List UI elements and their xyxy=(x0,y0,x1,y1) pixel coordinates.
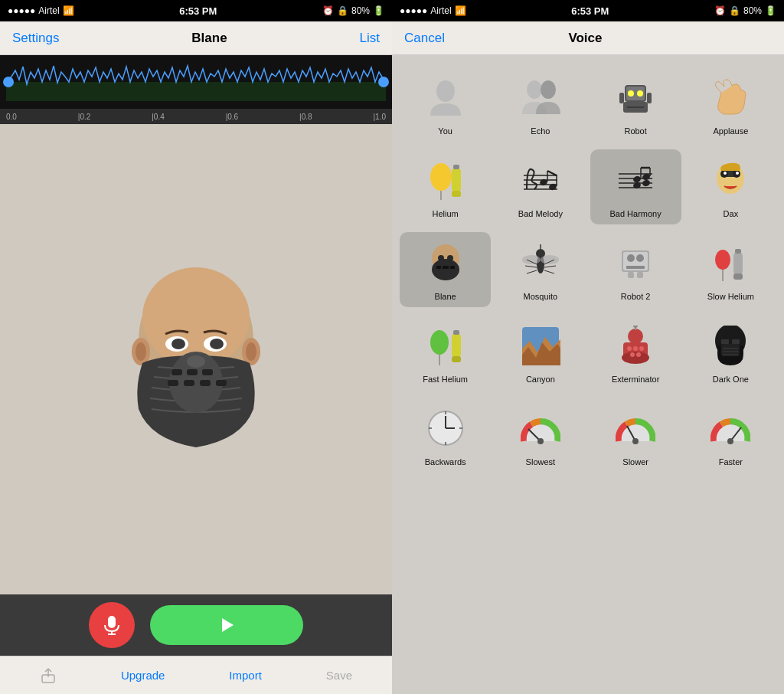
svg-point-47 xyxy=(539,178,548,187)
svg-rect-120 xyxy=(732,339,740,344)
cancel-button[interactable]: Cancel xyxy=(404,31,445,46)
voice-label-backwards: Backwards xyxy=(425,457,466,466)
voice-item-helium[interactable]: Helium xyxy=(400,149,491,224)
ruler-08: |0.8 xyxy=(299,113,312,121)
voice-item-bad-melody[interactable]: Bad Melody xyxy=(495,149,586,224)
voice-icon-you xyxy=(421,73,470,122)
voice-item-canyon[interactable]: Canyon xyxy=(495,315,586,390)
voice-item-bad-harmony[interactable]: Bad Harmony xyxy=(590,149,681,224)
svg-line-82 xyxy=(525,266,537,267)
right-signal-dots: ●●●●● xyxy=(400,5,427,16)
play-button[interactable] xyxy=(150,605,303,645)
voice-icon-mosquito xyxy=(516,238,565,287)
svg-point-112 xyxy=(627,346,632,351)
svg-point-7 xyxy=(246,342,256,361)
svg-point-68 xyxy=(736,172,739,175)
voice-item-you[interactable]: You xyxy=(400,67,491,142)
right-battery-icon: 🔋 xyxy=(765,5,776,16)
voice-item-robot[interactable]: Robot xyxy=(590,67,681,142)
voice-icon-blane xyxy=(421,238,470,287)
svg-rect-13 xyxy=(172,369,182,375)
voice-icon-applause xyxy=(706,73,755,122)
voice-icon-canyon xyxy=(516,321,565,370)
settings-button[interactable]: Settings xyxy=(12,31,59,46)
voice-item-echo[interactable]: Echo xyxy=(495,67,586,142)
upgrade-button[interactable]: Upgrade xyxy=(121,669,165,682)
voice-icon-slower xyxy=(611,404,660,453)
voice-icon-dax xyxy=(706,155,755,205)
list-button[interactable]: List xyxy=(360,31,380,46)
voice-label-slow-helium: Slow Helium xyxy=(707,292,754,301)
import-button[interactable]: Import xyxy=(229,669,262,682)
svg-line-83 xyxy=(527,270,537,273)
svg-rect-91 xyxy=(626,266,645,269)
svg-rect-97 xyxy=(735,249,741,254)
voice-icon-dark-one xyxy=(706,321,755,370)
voice-item-robot2[interactable]: Robot 2 xyxy=(590,232,681,307)
svg-point-109 xyxy=(622,352,649,364)
right-nav-bar: Cancel Voice xyxy=(392,21,784,55)
voice-icon-helium xyxy=(421,155,470,205)
waveform-ruler: 0.0 |0.2 |0.4 |0.6 |0.8 |1.0 xyxy=(0,109,392,124)
voice-item-dark-one[interactable]: Dark One xyxy=(685,315,776,390)
voice-item-exterminator[interactable]: Exterminator xyxy=(590,315,681,390)
voice-label-bad-harmony: Bad Harmony xyxy=(609,209,661,218)
carrier-name: Airtel xyxy=(38,5,59,16)
voice-item-faster[interactable]: Faster xyxy=(685,398,776,473)
svg-point-11 xyxy=(210,339,224,349)
svg-rect-73 xyxy=(436,266,441,269)
svg-rect-103 xyxy=(452,356,461,362)
ruler-04: |0.4 xyxy=(152,113,165,121)
svg-rect-93 xyxy=(637,272,643,278)
right-battery-pct: 80% xyxy=(743,5,762,16)
voice-item-slowest[interactable]: Slowest xyxy=(495,398,586,473)
svg-rect-18 xyxy=(200,380,211,386)
voice-item-slower[interactable]: Slower xyxy=(590,398,681,473)
voice-label-robot2: Robot 2 xyxy=(621,292,651,301)
voice-item-backwards[interactable]: Backwards xyxy=(400,398,491,473)
svg-rect-92 xyxy=(628,272,634,278)
waveform-handle-right[interactable] xyxy=(378,77,389,87)
svg-point-115 xyxy=(630,352,635,357)
voice-item-applause[interactable]: Applause xyxy=(685,67,776,142)
voice-item-slow-helium[interactable]: Slow Helium xyxy=(685,232,776,307)
voice-item-dax[interactable]: Dax xyxy=(685,149,776,224)
left-nav-bar: Settings Blane List xyxy=(0,21,392,55)
svg-line-85 xyxy=(544,266,556,267)
voice-label-exterminator: Exterminator xyxy=(612,375,659,384)
svg-point-38 xyxy=(430,163,452,191)
svg-point-72 xyxy=(447,255,453,261)
left-panel: ●●●●● Airtel 📶 6:53 PM ⏰ 🔒 80% 🔋 Setting… xyxy=(0,0,392,694)
character-area xyxy=(0,124,392,594)
voice-icon-robot2 xyxy=(611,238,660,287)
share-button[interactable] xyxy=(40,667,57,684)
ruler-06: |0.6 xyxy=(226,113,239,121)
save-button[interactable]: Save xyxy=(326,669,352,682)
svg-rect-21 xyxy=(108,616,116,628)
right-carrier-name: Airtel xyxy=(430,5,451,16)
svg-rect-96 xyxy=(733,252,743,275)
waveform-handle-left[interactable] xyxy=(3,77,14,87)
voice-item-mosquito[interactable]: Mosquito xyxy=(495,232,586,307)
right-status-time: 6:53 PM xyxy=(571,5,609,17)
record-button[interactable] xyxy=(89,602,135,648)
svg-point-28 xyxy=(527,80,542,99)
svg-point-89 xyxy=(627,254,635,262)
svg-rect-40 xyxy=(452,168,461,192)
voice-label-bad-melody: Bad Melody xyxy=(518,209,563,218)
svg-rect-98 xyxy=(733,273,743,280)
bottom-toolbar: Upgrade Import Save xyxy=(0,656,392,694)
left-status-time: 6:53 PM xyxy=(179,5,217,17)
voice-item-blane[interactable]: Blane xyxy=(400,232,491,307)
voice-item-fast-helium[interactable]: Fast Helium xyxy=(400,315,491,390)
ruler-10: |1.0 xyxy=(373,113,386,121)
svg-point-107 xyxy=(628,329,643,344)
svg-point-49 xyxy=(548,183,557,192)
svg-point-57 xyxy=(632,182,642,190)
right-orientation-icon: 🔒 xyxy=(729,5,740,16)
svg-point-71 xyxy=(438,255,444,261)
waveform-canvas[interactable] xyxy=(0,55,392,109)
svg-point-10 xyxy=(172,339,185,349)
svg-rect-119 xyxy=(721,339,729,344)
alarm-icon: ⏰ xyxy=(322,5,334,16)
